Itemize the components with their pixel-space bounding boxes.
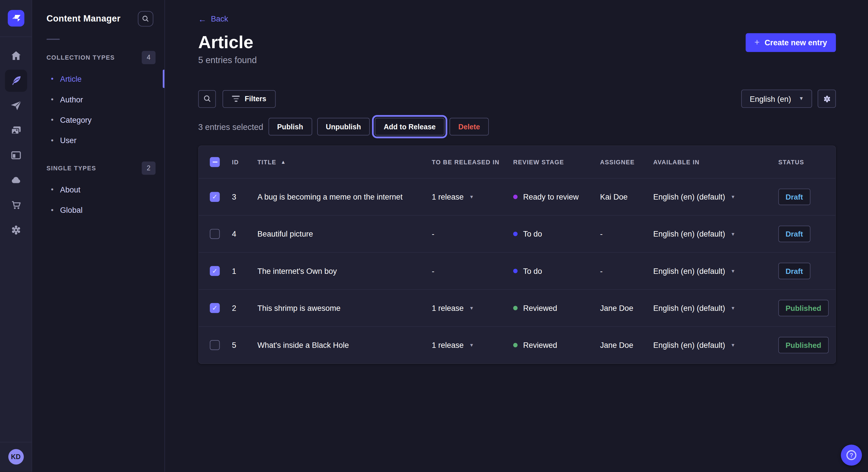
sidebar-item-label: Category xyxy=(60,115,92,124)
column-header-assignee[interactable]: ASSIGNEE xyxy=(600,159,653,165)
row-checkbox[interactable] xyxy=(210,229,220,239)
main-content: ← Back Article + Create new entry 5 entr… xyxy=(165,0,868,472)
filters-button[interactable]: Filters xyxy=(222,90,276,107)
cell-review-stage: Reviewed xyxy=(513,304,600,312)
cell-review-stage: Ready to review xyxy=(513,193,600,201)
column-header-release[interactable]: TO BE RELEASED IN xyxy=(432,159,513,165)
publish-button[interactable]: Publish xyxy=(268,118,312,136)
filters-label: Filters xyxy=(245,95,266,103)
bullet-icon: • xyxy=(51,206,53,213)
table-row[interactable]: 5 What's inside a Black Hole 1 release ▼… xyxy=(198,326,835,363)
column-header-id[interactable]: ID xyxy=(232,159,257,165)
cell-release-dropdown[interactable]: 1 release ▼ xyxy=(432,193,513,201)
subnav-divider xyxy=(46,39,60,40)
help-button[interactable]: ? xyxy=(841,445,862,466)
search-button[interactable] xyxy=(198,90,216,107)
settings-icon[interactable] xyxy=(5,219,27,241)
single-types-section: SINGLE TYPES 2 • About • Global xyxy=(32,162,164,220)
cell-release: - xyxy=(432,229,513,238)
sidebar-item-user[interactable]: • User xyxy=(32,130,164,150)
back-arrow-icon: ← xyxy=(198,14,206,23)
column-header-status[interactable]: STATUS xyxy=(778,159,836,165)
back-link[interactable]: ← Back xyxy=(198,13,228,24)
status-badge: Published xyxy=(778,337,829,353)
section-label: COLLECTION TYPES xyxy=(46,54,115,61)
cell-release: - xyxy=(432,267,513,276)
marketplace-icon[interactable] xyxy=(5,194,27,216)
table-row[interactable]: ✓ 2 This shrimp is awesome 1 release ▼ R… xyxy=(198,289,835,326)
chevron-down-icon: ▼ xyxy=(731,306,735,310)
content-type-builder-icon[interactable] xyxy=(5,144,27,166)
cell-release-dropdown[interactable]: 1 release ▼ xyxy=(432,341,513,349)
row-checkbox[interactable]: ✓ xyxy=(210,303,220,313)
content-manager-icon[interactable] xyxy=(5,70,27,92)
cell-available-dropdown[interactable]: English (en) (default) ▼ xyxy=(653,341,778,349)
status-badge: Draft xyxy=(778,189,810,205)
subnav-search-button[interactable] xyxy=(138,11,153,27)
cell-review-stage: To do xyxy=(513,267,600,276)
create-button-label: Create new entry xyxy=(765,38,827,47)
cell-release-dropdown[interactable]: 1 release ▼ xyxy=(432,304,513,312)
table-row[interactable]: ✓ 3 A bug is becoming a meme on the inte… xyxy=(198,178,835,215)
section-label: SINGLE TYPES xyxy=(46,165,96,171)
sidebar-item-about[interactable]: • About xyxy=(32,179,164,200)
cell-available-dropdown[interactable]: English (en) (default) ▼ xyxy=(653,229,778,238)
cell-available-dropdown[interactable]: English (en) (default) ▼ xyxy=(653,304,778,312)
unpublish-button[interactable]: Unpublish xyxy=(317,118,370,136)
cell-available-dropdown[interactable]: English (en) (default) ▼ xyxy=(653,193,778,201)
home-icon[interactable] xyxy=(5,45,27,67)
cell-id: 5 xyxy=(232,341,257,349)
deploy-icon[interactable] xyxy=(5,169,27,191)
column-header-stage[interactable]: REVIEW STAGE xyxy=(513,159,600,165)
row-checkbox[interactable] xyxy=(210,340,220,350)
user-avatar[interactable]: KD xyxy=(8,449,24,465)
section-count-badge: 4 xyxy=(142,51,156,64)
releases-icon[interactable] xyxy=(5,95,27,117)
entries-table: ID TITLE ▲ TO BE RELEASED IN REVIEW STAG… xyxy=(198,145,836,364)
delete-button[interactable]: Delete xyxy=(450,118,489,136)
cell-available-dropdown[interactable]: English (en) (default) ▼ xyxy=(653,267,778,276)
column-header-available[interactable]: AVAILABLE IN xyxy=(653,159,778,165)
main-nav-rail: KD xyxy=(0,0,32,472)
row-checkbox[interactable]: ✓ xyxy=(210,266,220,276)
stage-dot-icon xyxy=(513,232,518,236)
rail-footer: KD xyxy=(0,442,32,472)
select-all-checkbox[interactable] xyxy=(210,157,220,167)
selection-count-label: 3 entries selected xyxy=(198,122,263,131)
cell-title: What's inside a Black Hole xyxy=(257,341,432,349)
table-row[interactable]: 4 Beautiful picture - To do - English (e… xyxy=(198,215,835,252)
sidebar-item-article[interactable]: • Article xyxy=(32,69,164,89)
cell-review-stage: Reviewed xyxy=(513,341,600,349)
stage-dot-icon xyxy=(513,306,518,310)
bullet-icon: • xyxy=(51,75,53,82)
plus-icon: + xyxy=(754,38,760,47)
cell-assignee: Jane Doe xyxy=(600,341,653,349)
add-to-release-button[interactable]: Add to Release xyxy=(375,118,445,136)
cell-review-stage: To do xyxy=(513,229,600,238)
strapi-logo-icon[interactable] xyxy=(7,10,24,27)
stage-dot-icon xyxy=(513,195,518,199)
media-library-icon[interactable] xyxy=(5,120,27,142)
row-checkbox[interactable]: ✓ xyxy=(210,192,220,202)
cell-title: Beautiful picture xyxy=(257,229,432,238)
sort-asc-icon: ▲ xyxy=(281,159,286,165)
stage-dot-icon xyxy=(513,343,518,347)
create-new-entry-button[interactable]: + Create new entry xyxy=(745,33,836,52)
bullet-icon: • xyxy=(51,116,53,123)
bullet-icon: • xyxy=(51,96,53,103)
chevron-down-icon: ▼ xyxy=(799,96,804,101)
section-count-badge: 2 xyxy=(142,162,156,175)
locale-select[interactable]: English (en) ▼ xyxy=(741,90,812,108)
cell-assignee: - xyxy=(600,229,653,238)
sidebar-item-category[interactable]: • Category xyxy=(32,109,164,130)
sidebar-item-global[interactable]: • Global xyxy=(32,200,164,220)
sidebar-item-label: Article xyxy=(60,74,82,83)
cell-title: A bug is becoming a meme on the internet xyxy=(257,193,432,201)
bullet-icon: • xyxy=(51,136,53,144)
table-row[interactable]: ✓ 1 The internet's Own boy - To do - Eng… xyxy=(198,252,835,289)
view-settings-button[interactable] xyxy=(817,90,836,108)
table-header-row: ID TITLE ▲ TO BE RELEASED IN REVIEW STAG… xyxy=(198,146,835,178)
cell-id: 2 xyxy=(232,304,257,312)
column-header-title[interactable]: TITLE ▲ xyxy=(257,159,432,165)
sidebar-item-author[interactable]: • Author xyxy=(32,89,164,109)
